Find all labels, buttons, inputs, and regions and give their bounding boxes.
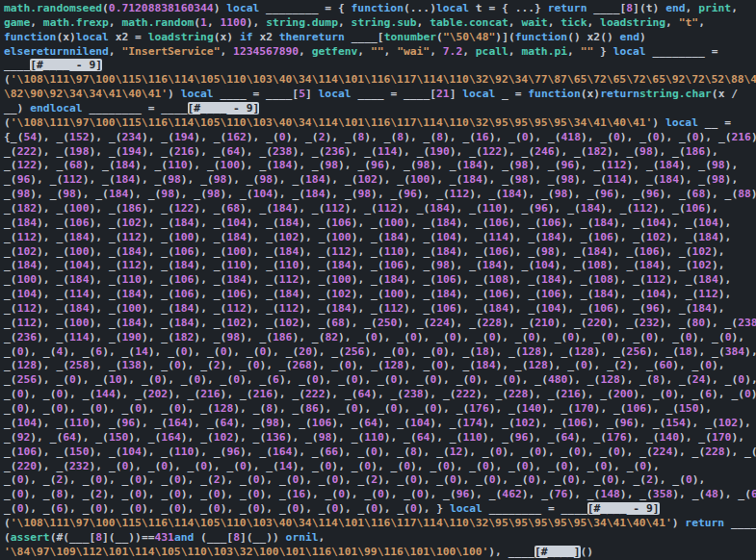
code-token-pl: _ (43, 402, 50, 415)
code-token-pl: _ (476, 273, 482, 286)
code-token-pl: ( (686, 188, 692, 200)
code-token-pl: ), } (417, 502, 450, 515)
code-token-pl: ( (168, 473, 174, 486)
code-token-pl: ( (686, 317, 692, 329)
code-token-num: 106 (593, 231, 613, 243)
code-editor[interactable]: math.randomseed(0.71208838160344) local … (0, 0, 756, 560)
code-token-pl: ( (116, 317, 122, 329)
code-token-pl: ), (450, 460, 469, 472)
code-token-pl: _ (574, 259, 581, 271)
code-token-pl: ( (502, 388, 508, 400)
code-token-pl: ( (11, 488, 17, 500)
code-token-pl: t (476, 2, 482, 14)
code-token-pl: ), (744, 373, 756, 386)
code-token-num: 184 (226, 273, 246, 286)
code-token-num: 164 (168, 417, 187, 429)
code-token-pl: ( (116, 245, 122, 258)
code-token-pl: , (109, 16, 122, 29)
code-token-pl: _ (4, 302, 11, 315)
code-token-pl: _ (200, 431, 207, 444)
code-token-pl: ), (338, 473, 357, 486)
code-token-num: 54 (23, 131, 37, 143)
code-token-pl: ( (168, 317, 174, 329)
code-token-pl: ), (613, 273, 633, 286)
code-token-num: 16 (293, 488, 306, 500)
code-token-pl: ), (194, 331, 213, 344)
code-token-pl: ), (607, 317, 626, 329)
code-token-num: 0 (443, 460, 450, 472)
code-token-num: 112 (122, 259, 142, 271)
code-token-pl: ), (312, 345, 331, 358)
code-token-pl: _ (4, 231, 11, 243)
code-token-num: 102 (331, 288, 351, 300)
code-token-pl: ) (214, 2, 227, 14)
code-token-kw: return (305, 31, 345, 43)
code-token-pl: _ (279, 488, 286, 500)
code-token-num: 98 (17, 188, 31, 200)
code-token-hl: [#____ - 9] (587, 502, 660, 515)
code-token-pl: ), (574, 173, 593, 186)
code-token-pl: ( (11, 331, 17, 344)
code-token-num: 106 (436, 273, 456, 286)
code-token-pl: ), (371, 388, 390, 400)
code-token-pl: ( (266, 159, 273, 171)
code-token-pl (109, 31, 116, 43)
code-token-pl: ( (207, 173, 214, 186)
code-token-num: 112 (607, 159, 626, 171)
code-token-kw: local (436, 2, 469, 14)
code-token-pl: ), (247, 460, 266, 472)
code-token-pl: ( (476, 145, 482, 158)
code-token-kw: and (174, 531, 194, 544)
code-token-pl: ( (207, 502, 214, 515)
code-token-pl: ), (705, 317, 724, 329)
code-token-pl: ), (744, 345, 756, 358)
code-token-num: 256 (345, 345, 364, 358)
code-token-num: 110 (462, 431, 482, 444)
code-token-pl: _ (548, 460, 555, 472)
code-token-pl: _ (312, 159, 319, 171)
code-token-num: 232 (639, 317, 659, 329)
code-token-num: 154 (665, 417, 685, 429)
code-token-pl: _ (555, 473, 561, 486)
code-token-pl: _ (319, 473, 326, 486)
code-token-num: 0 (508, 373, 515, 386)
code-token-pl: ( (751, 445, 756, 458)
code-token-num: 216 (560, 388, 580, 400)
code-token-pl: _ (581, 216, 587, 229)
code-token-kw: if (240, 31, 253, 43)
code-token-pl: ), (581, 388, 600, 400)
code-token-pl: ), (560, 216, 580, 229)
code-line: _(182), _(100), _(186), _(122), _(68), _… (4, 202, 756, 216)
code-token-pl: _ (489, 488, 496, 500)
code-token-pl: _ (200, 359, 207, 371)
code-token-num: 86 (305, 402, 319, 415)
code-token-num: 148 (600, 488, 619, 500)
code-token-pl: ( (738, 388, 744, 400)
code-token-num: 184 (660, 159, 679, 171)
code-token-pl: ), (417, 188, 436, 200)
code-token-pl: ( (476, 259, 482, 271)
code-token-num: 112 (63, 173, 82, 186)
code-token-num: 112 (331, 245, 351, 258)
code-token-pl: ), (567, 460, 587, 472)
code-token-pl: ), (89, 231, 108, 243)
code-token-pl: _ (4, 402, 11, 415)
code-token-num: 98 (63, 188, 76, 200)
code-token-pl: ), (522, 188, 541, 200)
code-line: _(0), _(0), _(0), _(0), _(0), _(128), _(… (4, 402, 756, 417)
code-token-pl: ), (613, 231, 633, 243)
code-token-pl: _ (502, 173, 508, 186)
code-token-pl: )]( (495, 31, 514, 43)
code-token-pl: _ (4, 502, 11, 515)
code-token-num: 104 (17, 417, 37, 429)
code-token-pl: _ (4, 460, 11, 472)
code-token-pl: ), (142, 273, 161, 286)
code-token-pl: , (357, 45, 371, 58)
code-token-num: 6 (273, 373, 279, 386)
code-token-pl: ), (37, 202, 56, 215)
code-token-num: 60 (660, 359, 673, 371)
code-token-pl: ( (168, 402, 174, 415)
code-token-num: 14 (279, 460, 293, 472)
code-token-pl: __ (116, 531, 129, 544)
code-token-pl: _ (476, 216, 482, 229)
